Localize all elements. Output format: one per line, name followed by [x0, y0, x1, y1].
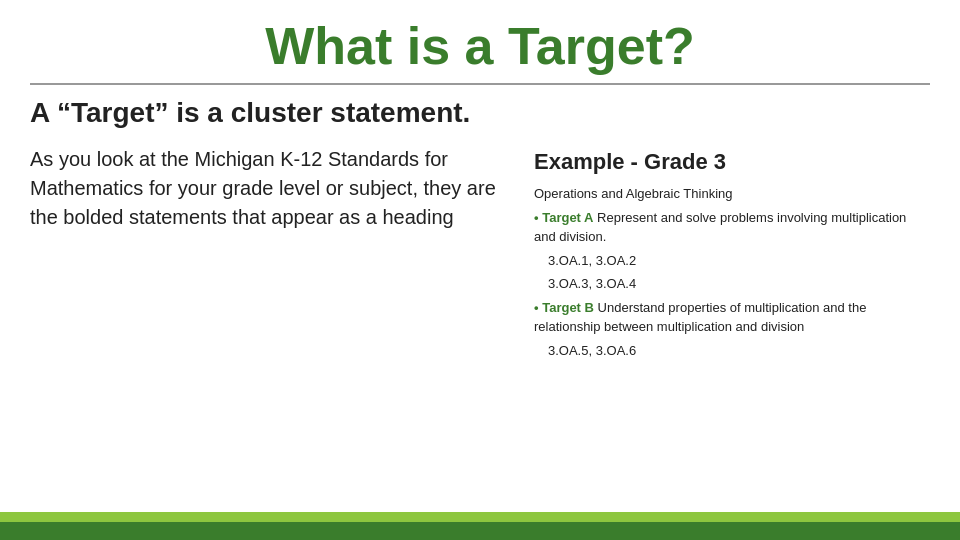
refs-a2: 3.OA.3, 3.OA.4 — [548, 274, 930, 294]
refs-b: 3.OA.5, 3.OA.6 — [548, 341, 930, 361]
target-a-label: • Target A — [534, 210, 593, 225]
page-container: What is a Target? A “Target” is a cluste… — [0, 0, 960, 540]
target-a-line: • Target A Represent and solve problems … — [534, 208, 930, 247]
subtitle: A “Target” is a cluster statement. — [0, 97, 960, 129]
title-area: What is a Target? — [0, 0, 960, 75]
title-divider — [30, 83, 930, 85]
example-title: Example - Grade 3 — [534, 145, 930, 178]
target-b-line: • Target B Understand properties of mult… — [534, 298, 930, 337]
refs-a1: 3.OA.1, 3.OA.2 — [548, 251, 930, 271]
left-column: As you look at the Michigan K-12 Standar… — [30, 145, 514, 512]
target-b-label: • Target B — [534, 300, 594, 315]
domain-label: Operations and Algebraic Thinking — [534, 184, 930, 204]
main-title: What is a Target? — [40, 18, 920, 75]
left-text: As you look at the Michigan K-12 Standar… — [30, 145, 514, 232]
right-column: Example - Grade 3 Operations and Algebra… — [534, 145, 930, 512]
content-area: As you look at the Michigan K-12 Standar… — [0, 145, 960, 512]
bottom-bar — [0, 522, 960, 540]
bottom-bar-light — [0, 512, 960, 522]
